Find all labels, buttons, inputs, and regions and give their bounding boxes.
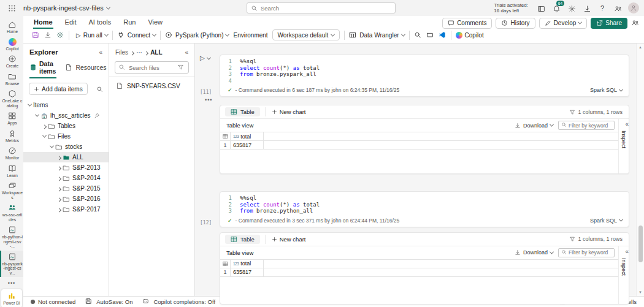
code-line[interactable]: 1%%sql xyxy=(220,195,629,202)
chevron-right-icon[interactable] xyxy=(57,166,61,170)
tab-resources[interactable]: Resources xyxy=(65,60,106,78)
column-header-total[interactable]: 123total xyxy=(231,260,264,268)
rail-item-nb-pyspark-ingest-csv-[interactable]: nb-pyspark-ingest-csv... xyxy=(0,251,23,278)
rail-more-icon[interactable]: ••• xyxy=(0,277,23,289)
output-tab-table[interactable]: Table xyxy=(225,107,260,116)
comments-button[interactable]: Comments xyxy=(442,18,492,29)
tree-item-items[interactable]: Items xyxy=(23,100,109,110)
ribbon-tab-ai-tools[interactable]: AI tools xyxy=(88,17,112,29)
rail-item-copilot[interactable]: Copilot xyxy=(0,36,23,53)
expand-inspect-icon[interactable]: « xyxy=(625,248,629,255)
chevron-right-icon[interactable] xyxy=(57,156,61,160)
settings-gear-icon[interactable] xyxy=(567,3,577,13)
feedback-icon[interactable] xyxy=(613,3,623,13)
inspect-pane-collapsed[interactable]: «Inspect xyxy=(618,246,629,304)
tree-item-s-p-2015[interactable]: S&P-2015 xyxy=(23,183,109,194)
rail-item-browse[interactable]: Browse xyxy=(0,70,23,88)
download-button[interactable]: Download xyxy=(515,249,553,256)
avatar[interactable] xyxy=(628,2,639,13)
column-header-total[interactable]: 123total xyxy=(231,132,264,140)
layout-toggle-icon[interactable] xyxy=(536,3,546,13)
scroll-down-arrow[interactable]: ▼ xyxy=(638,289,642,296)
export-button[interactable] xyxy=(44,31,52,39)
files-search-input[interactable] xyxy=(129,64,175,71)
breadcrumb-files[interactable]: Files xyxy=(115,49,128,56)
filter-keyword-box[interactable] xyxy=(558,121,615,130)
rail-item-apps[interactable]: Apps xyxy=(0,110,23,127)
explorer-search-icon[interactable] xyxy=(96,86,103,93)
filter-keyword-box[interactable] xyxy=(558,248,615,257)
rail-item-home[interactable]: Home xyxy=(0,18,23,36)
rail-item-onelake-catalog[interactable]: OneLake catalog xyxy=(0,88,23,110)
table-row[interactable]: 1635817 xyxy=(220,141,618,150)
rail-item-power-bi[interactable]: Power BI xyxy=(1,289,22,307)
rail-item-nb-python-ingest-csv-[interactable]: nb-python-ingest-csv-... xyxy=(0,224,23,251)
ribbon-tab-home[interactable]: Home xyxy=(33,17,53,29)
data-wrangler-button[interactable]: Data Wrangler xyxy=(349,31,404,39)
scrollbar-thumb[interactable] xyxy=(638,226,643,262)
table-corner-icon[interactable] xyxy=(220,132,231,140)
filter-icon[interactable] xyxy=(569,109,575,115)
scroll-up-arrow[interactable]: ▲ xyxy=(638,44,642,51)
expand-inspect-icon[interactable]: « xyxy=(625,121,629,127)
download-button[interactable]: Download xyxy=(515,123,553,129)
tree-item-files[interactable]: Files xyxy=(23,131,109,142)
workspace-default-dropdown[interactable]: Workspace default xyxy=(272,29,340,40)
table-corner-icon[interactable] xyxy=(220,260,231,268)
notifications-bell-icon[interactable]: 64 xyxy=(551,3,561,13)
chevron-right-icon[interactable] xyxy=(42,124,47,129)
tree-item-tables[interactable]: Tables xyxy=(23,121,109,131)
develop-button[interactable]: Develop xyxy=(539,18,588,29)
code-line[interactable]: 3from bronze.python_all xyxy=(220,208,629,214)
chevron-down-icon[interactable] xyxy=(35,113,39,117)
tree-item-s-p-2017[interactable]: S&P-2017 xyxy=(23,204,109,214)
code-line[interactable]: 2select count(*) as total xyxy=(220,65,629,72)
collapse-explorer-icon[interactable]: « xyxy=(99,49,102,56)
history-button[interactable]: History xyxy=(496,18,535,29)
chevron-right-icon[interactable] xyxy=(57,197,61,202)
copilot-button[interactable]: Copilot xyxy=(456,32,484,39)
cell-language-selector[interactable]: Spark SQL xyxy=(590,87,623,93)
table-row[interactable]: 1635817 xyxy=(220,268,618,277)
pin-icon[interactable] xyxy=(91,113,97,119)
rail-item-metrics[interactable]: Metrics xyxy=(0,127,23,145)
chevron-right-icon[interactable] xyxy=(57,176,61,181)
focus-panel-icon[interactable] xyxy=(426,31,434,39)
rail-item-ws-ssc-articles[interactable]: ws-ssc-articles xyxy=(0,202,23,224)
tree-item-s-p-2014[interactable]: S&P-2014 xyxy=(23,173,109,183)
cell-more-options-icon[interactable]: ••• xyxy=(205,98,629,103)
rail-item-create[interactable]: Create xyxy=(0,53,23,70)
run-all-button[interactable]: ▷Run all xyxy=(74,31,108,39)
breadcrumb-ellipsis[interactable]: ⋯ xyxy=(136,49,142,56)
inspect-pane-collapsed[interactable]: «Inspect xyxy=(618,119,629,173)
rail-item-learn[interactable]: Learn xyxy=(0,162,23,180)
chevron-down-icon[interactable] xyxy=(50,144,54,148)
code-cell-card[interactable]: 1%%sql2select count(*) as total3from bro… xyxy=(220,191,629,227)
session-monitor-icon[interactable] xyxy=(414,31,422,39)
tree-item-s-p-2013[interactable]: S&P-2013 xyxy=(23,162,109,173)
help-icon[interactable]: ? xyxy=(597,3,607,13)
share-button[interactable]: Share xyxy=(591,18,627,29)
files-search[interactable] xyxy=(115,61,189,74)
ribbon-tab-run[interactable]: Run xyxy=(123,17,136,29)
tree-item-stocks[interactable]: stocks xyxy=(23,142,109,152)
ribbon-tab-view[interactable]: View xyxy=(147,17,163,29)
rail-item-workspaces[interactable]: Workspaces xyxy=(0,180,23,202)
chevron-right-icon[interactable] xyxy=(57,208,61,212)
run-cell-button[interactable]: ▷ xyxy=(200,55,205,61)
add-data-items-button[interactable]: Add data items xyxy=(29,83,88,95)
new-chart-button[interactable]: New chart xyxy=(272,108,306,115)
tree-item-s-p-2016[interactable]: S&P-2016 xyxy=(23,194,109,204)
rail-item-monitor[interactable]: Monitor xyxy=(0,145,23,162)
notebook-title[interactable]: nb-pyspark-ingest-csv-files xyxy=(23,4,110,12)
code-line[interactable]: 4 xyxy=(220,78,629,85)
chevron-down-icon[interactable] xyxy=(42,134,47,138)
tab-data-items[interactable]: Data items xyxy=(29,60,56,78)
file-item[interactable]: SNP-5YEARS.CSV xyxy=(109,76,194,96)
filter-icon[interactable] xyxy=(569,236,575,242)
search-input[interactable] xyxy=(261,5,391,12)
output-tab-table[interactable]: Table xyxy=(225,235,260,244)
new-chart-button[interactable]: New chart xyxy=(272,236,306,243)
tree-item-all[interactable]: ALL xyxy=(23,152,109,162)
notebook-settings-icon[interactable] xyxy=(56,31,64,39)
